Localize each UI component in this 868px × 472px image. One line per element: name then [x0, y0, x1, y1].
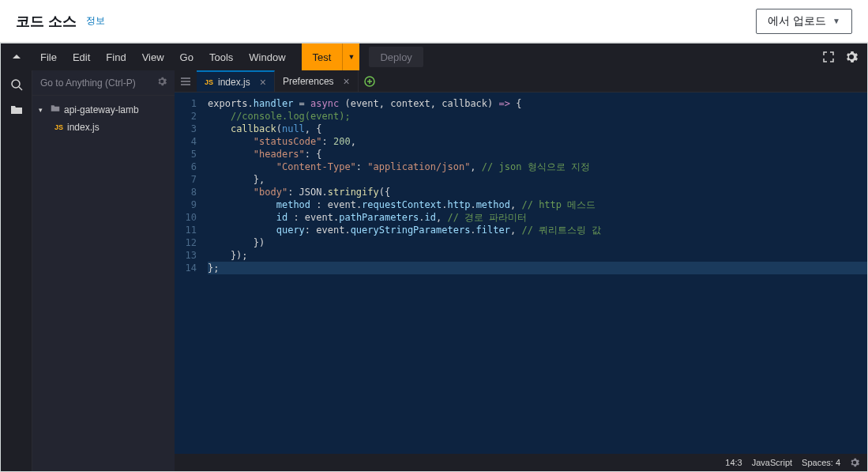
menu-edit[interactable]: Edit: [65, 43, 98, 70]
caret-down-icon: ▼: [348, 53, 355, 61]
indent-mode[interactable]: Spaces: 4: [802, 458, 840, 467]
tabs: JS index.js × Preferences ×: [175, 70, 867, 93]
top-header: 코드 소스 정보 에서 업로드 ▼: [0, 0, 868, 43]
tab-label: Preferences: [283, 76, 334, 87]
line-gutter: 1234567891011121314: [175, 93, 203, 454]
menu-items: File Edit Find View Go Tools Window: [32, 43, 294, 70]
chevron-down-icon: ▾: [39, 106, 47, 114]
search-icon[interactable]: [10, 78, 23, 91]
test-button[interactable]: Test: [302, 43, 343, 70]
upload-from-button[interactable]: 에서 업로드 ▼: [756, 9, 852, 34]
tab-label: index.js: [218, 77, 250, 88]
file-tree: ▾ api-gateway-lamb JS index.js: [32, 96, 175, 141]
menubar: File Edit Find View Go Tools Window Test…: [1, 43, 867, 70]
menu-file[interactable]: File: [32, 43, 65, 70]
close-icon[interactable]: ×: [260, 76, 266, 89]
statusbar: 14:3 JavaScript Spaces: 4: [175, 454, 867, 471]
svg-point-0: [12, 80, 20, 88]
folder-icon: [51, 104, 60, 115]
gear-icon[interactable]: [850, 458, 859, 467]
menu-window[interactable]: Window: [241, 43, 293, 70]
collapse-panel-button[interactable]: [1, 52, 32, 62]
language-mode[interactable]: JavaScript: [752, 458, 792, 467]
cursor-position[interactable]: 14:3: [725, 458, 742, 467]
fullscreen-icon[interactable]: [823, 51, 834, 62]
editor-container: File Edit Find View Go Tools Window Test…: [0, 43, 868, 472]
info-link[interactable]: 정보: [86, 14, 105, 28]
tab-preferences[interactable]: Preferences ×: [275, 70, 359, 92]
goto-anything[interactable]: Go to Anything (Ctrl-P): [32, 70, 175, 96]
page-title: 코드 소스: [16, 12, 77, 31]
left-rail: [1, 70, 32, 471]
tab-index-js[interactable]: JS index.js ×: [197, 70, 275, 92]
tab-menu-icon[interactable]: [175, 70, 197, 92]
menu-tools[interactable]: Tools: [201, 43, 241, 70]
js-icon: JS: [54, 123, 63, 131]
folder-icon[interactable]: [10, 104, 23, 116]
settings-icon[interactable]: [845, 51, 858, 63]
code-content[interactable]: exports.handler = async (event, context,…: [203, 93, 867, 454]
tree-file[interactable]: JS index.js: [32, 119, 175, 136]
caret-down-icon: ▼: [832, 17, 840, 25]
close-icon[interactable]: ×: [344, 75, 350, 88]
upload-label: 에서 업로드: [768, 14, 826, 28]
goto-label: Go to Anything (Ctrl-P): [40, 77, 136, 89]
gear-icon[interactable]: [157, 77, 167, 89]
menu-go[interactable]: Go: [172, 43, 201, 70]
code-area: JS index.js × Preferences × 123456789101…: [175, 70, 867, 471]
test-dropdown[interactable]: ▼: [342, 43, 359, 70]
menu-view[interactable]: View: [134, 43, 172, 70]
file-explorer: Go to Anything (Ctrl-P) ▾ api-gateway-la…: [32, 70, 175, 471]
folder-label: api-gateway-lamb: [64, 104, 139, 115]
menu-find[interactable]: Find: [98, 43, 133, 70]
js-icon: JS: [205, 78, 213, 86]
deploy-button[interactable]: Deploy: [369, 47, 423, 67]
tree-folder[interactable]: ▾ api-gateway-lamb: [32, 100, 175, 119]
file-label: index.js: [67, 122, 100, 133]
code-editor[interactable]: 1234567891011121314 exports.handler = as…: [175, 93, 867, 454]
add-tab-button[interactable]: [359, 70, 381, 92]
